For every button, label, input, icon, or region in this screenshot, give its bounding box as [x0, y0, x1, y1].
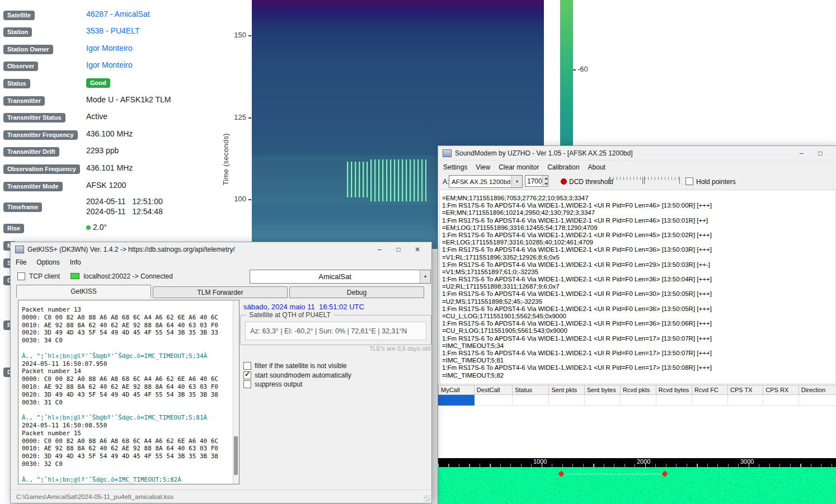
checkbox-start-soundmodem-automatically[interactable]	[243, 371, 251, 379]
packet-line: À., ^¦ˆhl¤¦bn¦@lº'ˆŠb@bº'ˆŠd@c.ô=IMC_TIM…	[22, 352, 236, 360]
close-icon[interactable]: ✕	[408, 243, 427, 256]
satellite-select[interactable]: AmicalSat ▼	[250, 270, 431, 284]
monitor-line: =CU_L;LOG;1711551901;5562;545;0x9000	[442, 313, 835, 320]
packet-lines: Packet number 130000: C0 00 82 A0 88 A6 …	[18, 300, 239, 483]
column-header-direction[interactable]: Direction	[799, 385, 836, 395]
column-header-cps-rx[interactable]: CPS RX	[763, 385, 799, 395]
packet-line: 0000: C0 00 82 A0 88 A6 A8 68 6C A4 A6 6…	[22, 314, 236, 322]
column-header-destcall[interactable]: DestCall	[474, 385, 512, 395]
getkiss-titlebar[interactable]: GetKISS+ (DK3WN) Ver. 1.4.2 -> https://d…	[11, 242, 431, 257]
menu-item-about[interactable]: About	[588, 163, 605, 171]
chevron-down-icon[interactable]: ▼	[511, 176, 522, 187]
field-value-link[interactable]: Igor Monteiro	[86, 60, 132, 70]
hold-pointers-label: Hold pointers	[696, 178, 736, 186]
menu-item-file[interactable]: File	[16, 258, 26, 266]
observation-field-row: Station3538 - PU4ELT	[3, 26, 250, 37]
dcd-threshold-slider[interactable]	[609, 177, 643, 184]
monitor-line: 1:Fm RS17S-6 To APDST4-6 Via WIDE1-1,WID…	[442, 232, 835, 239]
tab-debug[interactable]: Debug	[289, 286, 424, 298]
resize-grip[interactable]	[424, 495, 430, 502]
maximize-icon[interactable]: □	[389, 243, 408, 256]
column-header-rcvd-fc[interactable]: Rcvd FC	[692, 385, 728, 395]
center-freq-value: 1700	[525, 176, 542, 186]
column-header-status[interactable]: Status	[512, 385, 548, 395]
waterfall-ytick-label: 100	[232, 195, 246, 203]
rx-monitor[interactable]: =EM;MN;1711551896;7053;2776;22;10;953;3;…	[439, 190, 836, 384]
scrollbar-thumb[interactable]	[234, 436, 238, 475]
field-value: 436.101 MHz	[86, 163, 133, 173]
channel-cell[interactable]	[474, 395, 512, 406]
waterfall-ytick	[248, 117, 251, 119]
tab-getkiss[interactable]: GetKISS	[16, 285, 151, 298]
field-label-badge: Transmitter	[3, 96, 45, 106]
column-header-sent-bytes[interactable]: Sent bytes	[584, 385, 620, 395]
channel-cell[interactable]	[512, 395, 548, 406]
waterfall-spectrum[interactable]	[438, 467, 836, 504]
spin-up-icon[interactable]	[543, 176, 548, 181]
pointer-slider[interactable]	[644, 177, 680, 184]
monitor-line: =V1;MS;1711551897;61;0;-32235	[442, 269, 835, 276]
monitor-line: 1:Fm RS17S-6 To APDST4-6 Via WIDE1-1,WID…	[442, 276, 835, 283]
menu-item-view[interactable]: View	[476, 163, 490, 171]
checkbox-suppress-output[interactable]	[243, 380, 251, 388]
column-header-sent-pkts[interactable]: Sent pkts	[549, 385, 584, 395]
channel-cell[interactable]	[620, 395, 656, 406]
observation-field-row: Station OwnerIgor Monteiro	[3, 44, 250, 54]
hold-pointers-checkbox[interactable]	[685, 177, 693, 185]
center-freq-input[interactable]: 1700	[525, 175, 548, 187]
checkbox-filter-if-the-satellite-is-not-visible[interactable]	[243, 362, 251, 370]
monitor-line: 1:Fm RS17S-6 To APDST4-6 Via WIDE1-1,WID…	[442, 335, 835, 342]
menu-item-options[interactable]: Options	[36, 258, 59, 266]
channel-table: MyCallDestCallStatusSent pktsSent bytesR…	[438, 385, 836, 406]
field-value: 436.100 MHz	[86, 129, 133, 139]
minimize-icon[interactable]: –	[370, 243, 389, 256]
soundmodem-app-icon	[443, 149, 452, 157]
getkiss-window: GetKISS+ (DK3WN) Ver. 1.4.2 -> https://d…	[10, 242, 432, 503]
option-row: suppress output	[243, 380, 302, 388]
column-header-rcvd-bytes[interactable]: Rcvd bytes	[656, 385, 692, 395]
tab-tlm-forwarder[interactable]: TLM Forwarder	[153, 286, 288, 298]
menu-item-clear-monitor[interactable]: Clear monitor	[499, 163, 539, 171]
column-header-mycall[interactable]: MyCall	[439, 385, 475, 395]
field-label-badge: Station Owner	[3, 45, 53, 54]
channel-cell[interactable]	[656, 395, 692, 406]
field-value: AFSK 1200	[86, 180, 126, 190]
packet-line: Packet number 15	[22, 430, 236, 437]
minimize-icon[interactable]: –	[792, 147, 811, 160]
chevron-down-icon[interactable]: ▼	[420, 270, 430, 283]
menu-item-calibration[interactable]: Calibration	[547, 163, 579, 171]
field-value-link[interactable]: 46287 - AmicalSat	[86, 9, 150, 19]
soundmodem-title: SoundModem by UZ7HO - Ver 1.05 - [AFSK A…	[455, 149, 792, 157]
field-value-link[interactable]: Igor Monteiro	[86, 43, 132, 53]
spin-down-icon[interactable]	[543, 181, 548, 187]
menu-item-settings[interactable]: Settings	[443, 163, 467, 171]
channel-cell[interactable]	[439, 395, 475, 406]
monitor-line: =IMC_TIMEOUT;5;82	[442, 372, 835, 379]
connection-row: TCP client localhost:20022 -> Connected …	[11, 267, 431, 285]
observation-field-row: Rise2.0°	[3, 223, 250, 233]
observation-field-row: Transmitter Drift2293 ppb	[3, 146, 250, 157]
field-label-badge: Transmitter Status	[3, 113, 65, 123]
column-header-cps-tx[interactable]: CPS TX	[728, 385, 763, 395]
spectrum-noise	[438, 467, 836, 504]
soundmodem-titlebar[interactable]: SoundModem by UZ7HO - Ver 1.05 - [AFSK A…	[438, 146, 836, 161]
maximize-icon[interactable]: □	[811, 147, 830, 160]
packet-log-scrollbar[interactable]	[233, 300, 239, 484]
modem-select[interactable]: AFSK AX.25 1200bd ▼	[449, 175, 523, 188]
spinner-buttons[interactable]	[542, 176, 548, 186]
channel-cell[interactable]	[584, 395, 620, 406]
field-value-link[interactable]: 3538 - PU4ELT	[86, 26, 139, 36]
channel-cell[interactable]	[763, 395, 799, 406]
packet-log[interactable]: Packet number 130000: C0 00 82 A0 88 A6 …	[18, 300, 239, 484]
column-header-rcvd-pkts[interactable]: Rcvd pkts	[620, 385, 656, 395]
menu-item-info[interactable]: Info	[70, 258, 81, 266]
channel-cell[interactable]	[799, 395, 836, 406]
channel-cell[interactable]	[692, 395, 728, 406]
checkbox-label: start soundmodem automatically	[255, 371, 351, 379]
tcp-client-checkbox[interactable]	[17, 272, 25, 280]
channel-cell[interactable]	[549, 395, 584, 406]
channel-cell[interactable]	[728, 395, 763, 406]
field-label-badge: Transmitter Drift	[3, 147, 59, 157]
waterfall-ytick	[248, 35, 251, 36]
observation-field-row: StatusGood	[3, 78, 250, 88]
